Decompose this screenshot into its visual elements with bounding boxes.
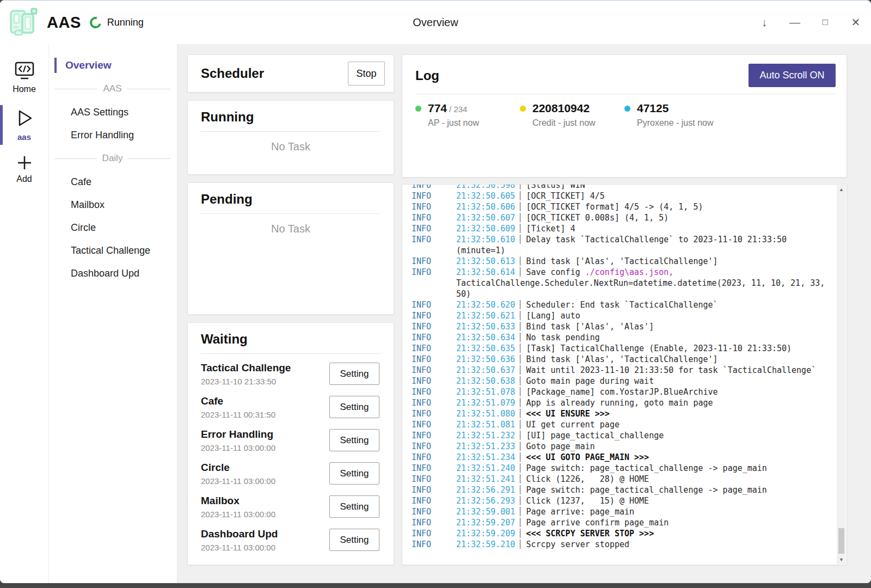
rail-item-label: aas xyxy=(17,132,31,142)
log-separator xyxy=(520,235,520,244)
nav-item-tactical-challenge[interactable]: Tactical Challenge xyxy=(49,239,177,262)
log-separator xyxy=(520,463,520,473)
setting-button[interactable]: Setting xyxy=(329,363,379,385)
log-timestamp: 21:32:50.637 xyxy=(456,365,515,375)
log-line: INFO21:32:50.620Scheduler: End task `Tac… xyxy=(412,299,833,310)
log-message: 21:32:59.001Page arrive: page_main xyxy=(456,506,833,517)
task-next-run: 2023-11-11 03:00:00 xyxy=(201,443,329,452)
log-line: INFO21:32:51.080<<< UI ENSURE >>> xyxy=(412,408,833,419)
nav-item-error-handling[interactable]: Error Handling xyxy=(49,124,177,146)
setting-button[interactable]: Setting xyxy=(329,429,379,451)
stat-value: 220810942 xyxy=(532,102,590,115)
log-line: INFO21:32:51.081UI get current page xyxy=(412,419,833,430)
log-level: INFO xyxy=(412,223,456,234)
log-separator xyxy=(520,398,520,407)
log-timestamp: 21:32:51.233 xyxy=(456,442,515,451)
log-timestamp: 21:32:50.635 xyxy=(456,344,515,353)
log-message: 21:32:50.606[OCR_TICKET format] 4/5 -> (… xyxy=(456,201,833,212)
resource-stat: 47125Pyroxene - just now xyxy=(624,102,729,128)
nav-item-label: Overview xyxy=(65,59,112,71)
running-card: Running No Task xyxy=(187,100,394,175)
log-timestamp: 21:32:50.633 xyxy=(456,322,515,332)
rail-item-add[interactable]: Add xyxy=(0,149,48,192)
log-line: INFO21:32:51.232[UI] page_tactical_chall… xyxy=(412,430,833,441)
task-info: Dashboard Upd2023-11-11 03:00:00 xyxy=(201,528,329,552)
nav-group-label: AAS xyxy=(103,83,121,94)
log-separator xyxy=(520,485,520,494)
log-separator xyxy=(520,322,520,331)
log-scrollbar[interactable]: ▲ ▼ xyxy=(837,185,846,564)
nav-item-dashboard-upd[interactable]: Dashboard Upd xyxy=(49,262,177,285)
task-next-run: 2023-11-11 03:00:00 xyxy=(201,543,329,552)
play-icon xyxy=(14,107,35,129)
scrollbar-thumb[interactable] xyxy=(838,528,844,554)
close-icon[interactable]: ✕ xyxy=(841,6,871,39)
log-timestamp: 21:32:51.234 xyxy=(456,452,515,462)
log-level: INFO xyxy=(412,408,456,419)
pending-card: Pending No Task xyxy=(187,182,394,315)
log-level: INFO xyxy=(412,343,456,354)
log-timestamp: 21:32:50.605 xyxy=(456,191,515,201)
scroll-down-icon[interactable]: ▼ xyxy=(837,555,846,564)
stop-button[interactable]: Stop xyxy=(348,62,385,85)
log-line: INFO21:32:59.001Page arrive: page_main xyxy=(412,506,833,517)
log-text: Page arrive: page_main xyxy=(526,507,634,517)
log-text: [OCR_TICKET] 4/5 xyxy=(526,191,605,201)
log-line: INFO21:32:50.605[OCR_TICKET] 4/5 xyxy=(412,191,833,201)
auto-scroll-button[interactable]: Auto Scroll ON xyxy=(749,64,836,87)
log-separator xyxy=(520,300,520,309)
log-separator xyxy=(520,267,520,277)
title-bar: AAS Running Overview ↓ — □ ✕ xyxy=(0,1,871,44)
waiting-task-row: Error Handling2023-11-11 03:00:00Setting xyxy=(201,424,385,457)
log-line: INFO21:32:50.634No task pending xyxy=(412,332,833,343)
plus-icon xyxy=(15,155,34,171)
log-separator xyxy=(520,184,520,189)
log-separator xyxy=(520,344,520,353)
log-line: INFO21:32:50.635[Task] TacticalChallenge… xyxy=(412,343,833,354)
task-name: Dashboard Upd xyxy=(201,528,329,540)
nav-item-mailbox[interactable]: Mailbox xyxy=(49,193,177,216)
log-separator xyxy=(520,442,520,451)
nav-item-overview[interactable]: Overview xyxy=(49,57,177,74)
scroll-up-icon[interactable]: ▲ xyxy=(837,185,846,194)
minimize-icon[interactable]: — xyxy=(780,6,810,39)
log-text: Scrcpy server stopped xyxy=(526,540,629,549)
app-status: Running xyxy=(107,17,144,28)
rail-item-home[interactable]: Home xyxy=(0,55,48,102)
log-text: Bind task ['Alas', 'TacticalChallenge'] xyxy=(526,354,717,364)
log-level: INFO xyxy=(412,474,456,485)
setting-button[interactable]: Setting xyxy=(329,462,379,485)
log-text: [OCR_TICKET 0.008s] (4, 1, 5) xyxy=(526,213,668,223)
maximize-icon[interactable]: □ xyxy=(810,6,841,39)
stat-suffix: / 234 xyxy=(449,105,467,114)
log-timestamp: 21:32:51.081 xyxy=(456,420,515,430)
task-next-run: 2023-11-11 03:00:00 xyxy=(201,476,329,486)
log-text: <<< UI ENSURE >>> xyxy=(526,409,610,419)
rail-item-aas[interactable]: aas xyxy=(0,102,48,149)
log-entries: INFO21:32:50.598[Status] WININFO21:32:50… xyxy=(412,184,833,560)
setting-button[interactable]: Setting xyxy=(329,495,379,518)
log-line: INFO21:32:50.638Goto main page during wa… xyxy=(412,376,833,387)
waiting-task-list: Tactical Challenge2023-11-10 21:33:50Set… xyxy=(201,357,385,556)
divider xyxy=(415,94,836,94)
stat-top: 220810942 xyxy=(520,102,624,115)
more-options-icon[interactable]: ↓ xyxy=(749,6,780,39)
setting-button[interactable]: Setting xyxy=(329,396,379,418)
nav-item-aas-settings[interactable]: AAS Settings xyxy=(49,101,177,124)
log-timestamp: 21:32:50.607 xyxy=(456,213,515,223)
log-level: INFO xyxy=(412,201,456,212)
nav-groups: AASAAS SettingsError HandlingDailyCafeMa… xyxy=(49,82,177,285)
rail-item-label: Add xyxy=(16,174,32,184)
stat-label: Pyroxene - just now xyxy=(624,118,729,128)
log-line: INFO21:32:51.234<<< UI GOTO PAGE_MAIN >>… xyxy=(412,452,833,463)
active-indicator xyxy=(0,105,3,145)
divider-line xyxy=(128,158,170,159)
log-text: UI get current page xyxy=(526,420,619,430)
scheduler-title: Scheduler xyxy=(201,66,264,81)
nav-item-cafe[interactable]: Cafe xyxy=(49,170,177,193)
log-message: 21:32:50.621[Lang] auto xyxy=(456,310,833,321)
setting-button[interactable]: Setting xyxy=(329,529,379,551)
log-level: INFO xyxy=(412,528,456,539)
nav-item-circle[interactable]: Circle xyxy=(49,216,177,239)
waiting-card: Waiting Tactical Challenge2023-11-10 21:… xyxy=(187,322,394,565)
